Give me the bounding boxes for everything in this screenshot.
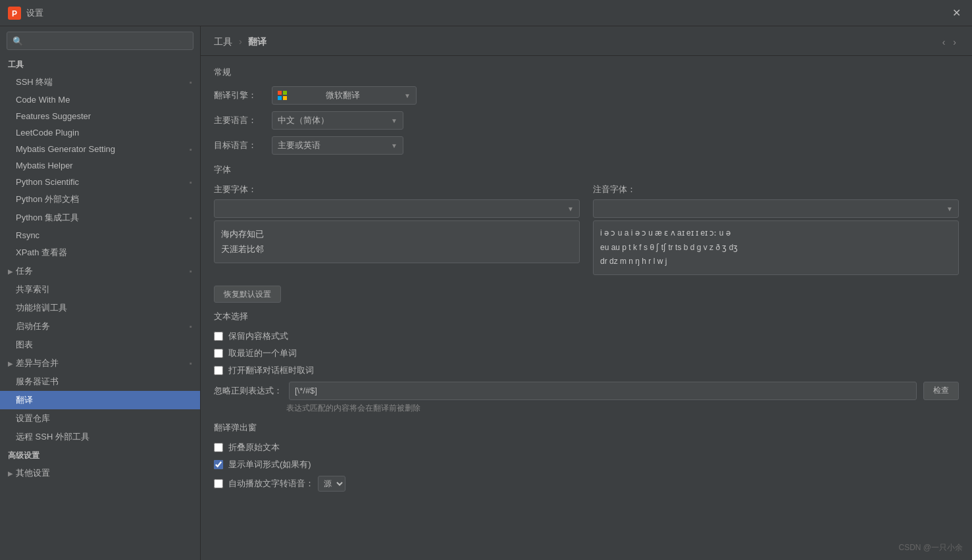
show-word-form-row: 显示单词形式(如果有) (214, 459, 959, 471)
sidebar-item-rsync[interactable]: Rsync (0, 227, 200, 243)
expand-icon: ▪ (190, 78, 192, 86)
sidebar-item-remote-ssh[interactable]: 远程 SSH 外部工具 (0, 428, 200, 446)
general-section-title: 常规 (214, 66, 959, 78)
phonetic-preview-text2: eu au p t k f s θ ʃ tʃ tr ts b d g v z ð… (600, 241, 952, 255)
target-lang-label: 目标语言： (214, 140, 267, 151)
sidebar-item-diagrams[interactable]: 图表 (0, 336, 200, 354)
translate-engine-label: 翻译引擎： (214, 89, 267, 101)
keep-format-checkbox[interactable] (214, 332, 223, 341)
sidebar-item-server-cert[interactable]: 服务器证书 (0, 372, 200, 391)
sidebar-item-tasks[interactable]: ▶ 任务 ▪ (0, 262, 200, 280)
take-word-on-open-label: 打开翻译对话框时取词 (228, 365, 314, 376)
sidebar-item-diff-merge[interactable]: ▶ 差异与合并 ▪ (0, 354, 200, 372)
sidebar-item-label: Python Scientific (16, 177, 79, 187)
sidebar-item-settings-warehouse[interactable]: 设置仓库 (0, 409, 200, 428)
take-word-on-open-row: 打开翻译对话框时取词 (214, 365, 959, 376)
expand-icon3: ▪ (190, 178, 192, 186)
breadcrumb-root: 工具 (214, 36, 232, 47)
sidebar-item-mybatis-helper[interactable]: Mybatis Helper (0, 157, 200, 174)
sidebar-item-label: Mybatis Helper (16, 161, 73, 170)
nav-arrows: ‹ › (940, 36, 959, 49)
nav-back-button[interactable]: ‹ (940, 36, 948, 49)
sidebar-item-startup-tasks[interactable]: 启动任务 ▪ (0, 317, 200, 336)
sidebar-item-label: 图表 (16, 339, 33, 351)
sidebar-item-python-external[interactable]: Python 外部文档 (0, 190, 200, 209)
sidebar-item-mybatis-gen[interactable]: Mybatis Generator Setting ▪ (0, 141, 200, 157)
nav-forward-button[interactable]: › (950, 36, 959, 49)
sidebar-item-label: SSH 终端 (16, 76, 53, 88)
sidebar-item-translate[interactable]: 翻译 (0, 391, 200, 409)
panel-header: 工具 › 翻译 ‹ › (201, 26, 972, 56)
expand-icon6: ▪ (190, 322, 192, 330)
main-font-label: 主要字体： (214, 184, 580, 195)
sidebar-item-label: 启动任务 (16, 320, 50, 332)
text-selection-section: 文本选择 保留内容格式式 取最近的一个单词 打开翻译对话框时取词 忽略正 (214, 311, 959, 414)
take-word-on-open-checkbox[interactable] (214, 366, 223, 375)
sidebar-item-label: Python 外部文档 (16, 193, 79, 205)
target-lang-select[interactable]: 主要或英语 ▼ (272, 136, 403, 155)
main-font-select[interactable]: ▼ (214, 199, 580, 218)
phonetic-font-col: 注音字体： ▼ i ə ɔ u a i ə ɔ u æ ɛ ʌ aɪ eɪ ɪ … (593, 184, 959, 275)
font-preview-line1: 海内存知已 (221, 226, 573, 242)
sidebar-item-label: 远程 SSH 外部工具 (16, 431, 90, 443)
main-font-col: 主要字体： ▼ 海内存知已 天涯若比邻 (214, 184, 580, 263)
app-icon: P (8, 7, 21, 20)
main-lang-value: 中文（简体） (278, 115, 329, 126)
restore-defaults-button[interactable]: 恢复默认设置 (214, 286, 281, 303)
phonetic-font-select[interactable]: ▼ (593, 199, 959, 218)
translate-popup-section: 翻译弹出窗 折叠原始文本 显示单词形式(如果有) 自动播放文字转语音： 源 (214, 422, 959, 492)
sidebar-item-label: Rsync (16, 230, 39, 240)
ignore-regex-hint: 表达式匹配的内容将会在翻译前被删除 (286, 403, 959, 414)
keep-format-label: 保留内容格式式 (228, 330, 288, 342)
sidebar-item-training[interactable]: 功能培训工具 (0, 299, 200, 317)
translate-engine-row: 翻译引擎： 微软翻译 ▼ (214, 86, 959, 105)
take-latest-word-row: 取最近的一个单词 (214, 347, 959, 359)
auto-play-checkbox[interactable] (214, 479, 223, 488)
translate-engine-arrow: ▼ (404, 92, 411, 99)
sidebar: 🔍 工具 SSH 终端 ▪ Code With Me Features Sugg… (0, 26, 201, 560)
sidebar-item-codewithme[interactable]: Code With Me (0, 91, 200, 108)
search-input[interactable] (26, 36, 188, 45)
phonetic-font-label: 注音字体： (593, 184, 959, 195)
expand-arrow-other: ▶ (8, 470, 13, 477)
show-word-form-checkbox[interactable] (214, 460, 223, 469)
expand-icon4: ▪ (190, 214, 192, 222)
auto-play-row: 自动播放文字转语音： 源 (214, 476, 959, 492)
close-button[interactable]: ✕ (948, 5, 964, 21)
main-lang-label: 主要语言： (214, 115, 267, 126)
take-latest-word-checkbox[interactable] (214, 349, 223, 358)
fold-original-row: 折叠原始文本 (214, 442, 959, 453)
sidebar-item-ssh[interactable]: SSH 终端 ▪ (0, 73, 200, 91)
sidebar-item-python-scientific[interactable]: Python Scientific ▪ (0, 174, 200, 190)
sidebar-item-label: Mybatis Generator Setting (16, 144, 115, 154)
show-word-form-label: 显示单词形式(如果有) (228, 459, 311, 471)
expand-icon5: ▪ (190, 267, 192, 275)
fold-original-label: 折叠原始文本 (228, 442, 280, 453)
panel-body: 常规 翻译引擎： 微软翻译 ▼ 主要语 (201, 56, 972, 507)
sidebar-item-label: 设置仓库 (16, 413, 50, 424)
sidebar-item-shared-index[interactable]: 共享索引 (0, 280, 200, 299)
window-title: 设置 (26, 7, 43, 19)
text-selection-title: 文本选择 (214, 311, 959, 322)
auto-play-select[interactable]: 源 (318, 476, 345, 492)
main-lang-select[interactable]: 中文（简体） ▼ (272, 111, 403, 130)
sidebar-item-python-integration[interactable]: Python 集成工具 ▪ (0, 209, 200, 227)
sidebar-item-label: 共享索引 (16, 284, 50, 295)
sidebar-item-other-settings[interactable]: ▶ 其他设置 (0, 464, 200, 482)
sidebar-item-xpath[interactable]: XPath 查看器 (0, 243, 200, 262)
ignore-regex-input[interactable] (289, 382, 917, 400)
translate-engine-select[interactable]: 微软翻译 ▼ (272, 86, 417, 105)
fold-original-checkbox[interactable] (214, 443, 223, 452)
expand-icon7: ▪ (190, 359, 192, 367)
advanced-section-label: 高级设置 (0, 446, 200, 464)
sidebar-item-label: 差异与合并 (16, 357, 59, 369)
sidebar-item-leetcode[interactable]: LeetCode Plugin (0, 124, 200, 141)
check-regex-button[interactable]: 检查 (923, 382, 959, 400)
phonetic-preview-text3: dr dz m n ŋ h r l w j (600, 255, 952, 269)
phonetic-preview-text: i ə ɔ u a i ə ɔ u æ ɛ ʌ aɪ eɪ ɪ eɪ ɔː u … (600, 226, 952, 241)
sidebar-item-features[interactable]: Features Suggester (0, 108, 200, 124)
watermark: CSDN @一只小余 (898, 542, 963, 553)
ignore-regex-label: 忽略正则表达式： (214, 385, 282, 397)
search-box[interactable]: 🔍 (7, 32, 193, 50)
sidebar-item-label: Features Suggester (16, 111, 91, 121)
